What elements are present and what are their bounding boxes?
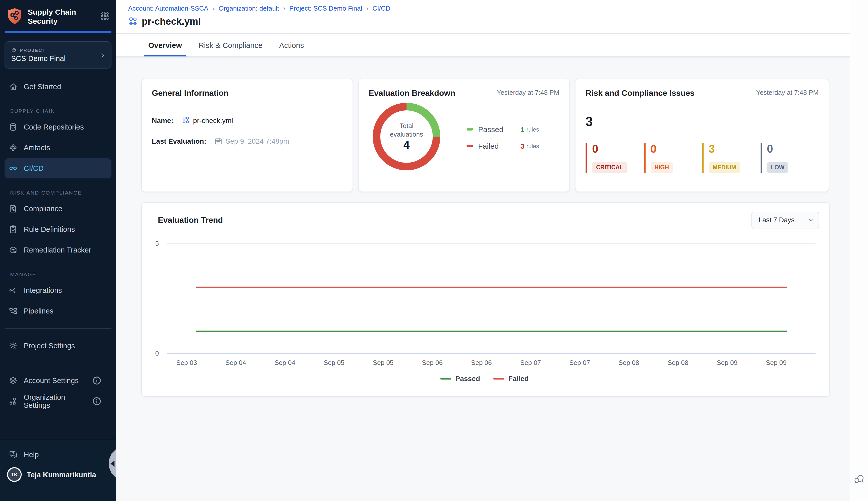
project-selector[interactable]: PROJECT SCS Demo Final	[4, 41, 112, 68]
sidebar-item-label: Integrations	[24, 286, 62, 294]
sidebar-item-integrations[interactable]: Integrations	[4, 280, 112, 300]
svg-text:Sep 05: Sep 05	[324, 359, 344, 366]
user-menu[interactable]: TK Teja Kummarikuntla	[7, 467, 116, 482]
tab-overview[interactable]: Overview	[144, 34, 186, 56]
breakdown-legend-row-passed: Passed1rules	[467, 125, 539, 134]
content: General Information Name: pr-check.yml	[116, 56, 850, 397]
project-name: SCS Demo Final	[11, 54, 100, 63]
sidebar-item-code-repositories[interactable]: Code Repositories	[4, 117, 112, 137]
sidebar-item-rule-definitions[interactable]: Rule Definitions	[4, 219, 112, 239]
severity-count: 0	[650, 143, 657, 155]
severity-stats-row: 0CRITICAL0HIGH3MEDIUM0LOW	[586, 143, 818, 173]
info-icon[interactable]	[92, 397, 101, 406]
tab-bar: OverviewRisk & ComplianceActions	[116, 34, 850, 56]
breadcrumb-link-2[interactable]: Project: SCS Demo Final	[289, 4, 362, 12]
pipeline-workflow-icon	[181, 116, 190, 125]
legend-count: 1	[521, 125, 524, 133]
pipelines-icon	[9, 307, 18, 316]
breadcrumb-link-0[interactable]: Account: Automation-SSCA	[128, 4, 208, 12]
app-switcher-grid-icon[interactable]	[101, 12, 109, 20]
sidebar-item-label: Pipelines	[24, 307, 53, 315]
sidebar-item-label: Organization Settings	[24, 393, 92, 409]
right-utility-strip	[850, 0, 868, 501]
last-evaluation-row: Last Evaluation: Sep 9, 2024 7:48pm	[152, 137, 343, 145]
evaluation-breakdown-timestamp: Yesterday at 7:48 PM	[497, 89, 560, 96]
legend-label: Failed	[509, 374, 529, 383]
breadcrumb-separator: ›	[366, 4, 368, 12]
breadcrumb-link-1[interactable]: Organization: default	[219, 4, 279, 12]
date-range-value: Last 7 Days	[759, 216, 807, 224]
home-icon	[9, 82, 18, 91]
sidebar-item-label: Code Repositories	[24, 123, 84, 131]
sidebar-item-organization-settings[interactable]: Organization Settings	[4, 391, 112, 411]
date-range-select[interactable]: Last 7 Days	[752, 212, 819, 228]
support-chat-icon[interactable]	[853, 473, 865, 485]
collapse-left-arrow-icon	[111, 461, 115, 467]
main-area: Account: Automation-SSCA›Organization: d…	[116, 0, 850, 501]
donut-total-value: 4	[404, 139, 410, 152]
legend-pill-icon	[467, 145, 473, 147]
svg-text:Sep 08: Sep 08	[668, 359, 688, 366]
sidebar-item-remediation-tracker[interactable]: Remediation Tracker	[4, 240, 112, 260]
legend-label: Passed	[455, 374, 480, 383]
name-row: Name: pr-check.yml	[152, 116, 343, 125]
tab-risk-compliance[interactable]: Risk & Compliance	[194, 34, 267, 56]
sidebar-item-label: Artifacts	[24, 143, 50, 152]
cicd-icon	[9, 164, 18, 173]
app-root: Supply Chain Security PROJECT	[0, 0, 868, 501]
sidebar-item-pipelines[interactable]: Pipelines	[4, 301, 112, 321]
avatar: TK	[7, 467, 22, 482]
legend-unit: rules	[526, 143, 539, 149]
rule-definitions-icon	[9, 225, 18, 234]
artifacts-icon	[9, 143, 18, 152]
severity-count: 3	[709, 143, 715, 155]
breadcrumb-link-3[interactable]: CI/CD	[373, 4, 390, 12]
sidebar-item-artifacts[interactable]: Artifacts	[4, 138, 112, 158]
general-information-title: General Information	[152, 89, 343, 98]
risk-compliance-timestamp: Yesterday at 7:48 PM	[756, 89, 818, 96]
svg-text:Sep 06: Sep 06	[422, 359, 442, 366]
evaluations-donut-chart: Total evaluations 4	[373, 103, 440, 170]
evaluation-breakdown-title: Evaluation Breakdown	[369, 89, 455, 98]
trend-legend-item-failed: Failed	[493, 374, 529, 383]
sidebar-item-label: Project Settings	[24, 342, 75, 350]
sidebar-item-compliance[interactable]: Compliance	[4, 199, 112, 219]
svg-text:Sep 04: Sep 04	[274, 359, 295, 366]
info-icon[interactable]	[92, 376, 101, 385]
sidebar-item-get-started[interactable]: Get Started	[4, 77, 112, 97]
svg-text:Sep 09: Sep 09	[766, 359, 786, 366]
sidebar-item-label: Account Settings	[24, 376, 79, 385]
pipeline-workflow-icon	[128, 17, 138, 27]
svg-text:Sep 03: Sep 03	[176, 359, 197, 366]
donut-center-label-1: Total	[400, 121, 414, 130]
sidebar-item-label: Rule Definitions	[24, 225, 75, 233]
trend-legend: PassedFailed	[150, 374, 819, 383]
svg-text:Sep 08: Sep 08	[618, 359, 639, 366]
sidebar-item-label: Remediation Tracker	[24, 246, 91, 254]
brand-title: Supply Chain Security	[28, 8, 101, 26]
evaluation-trend-title: Evaluation Trend	[158, 215, 223, 225]
breadcrumb: Account: Automation-SSCA›Organization: d…	[128, 4, 850, 12]
risk-compliance-card: Risk and Compliance Issues Yesterday at …	[575, 79, 829, 192]
legend-label: Failed	[478, 142, 521, 150]
sidebar-item-account-settings[interactable]: Account Settings	[4, 371, 112, 391]
severity-count: 0	[767, 143, 773, 155]
severity-badge: MEDIUM	[709, 162, 740, 173]
sidebar-bottom: Help TK Teja Kummarikuntla	[0, 439, 116, 501]
project-label: PROJECT	[20, 47, 46, 53]
donut-center-label-2: evaluations	[390, 130, 423, 139]
help-button[interactable]: Help	[9, 450, 116, 459]
tab-actions[interactable]: Actions	[275, 34, 308, 56]
name-value: pr-check.yml	[193, 116, 233, 124]
sidebar-item-project-settings[interactable]: Project Settings	[4, 336, 112, 356]
svg-text:0: 0	[155, 350, 159, 357]
integrations-icon	[9, 286, 18, 295]
sidebar-item-ci-cd[interactable]: CI/CD	[4, 158, 112, 179]
sidebar-item-label: CI/CD	[24, 164, 44, 172]
risk-total-count: 3	[586, 115, 818, 129]
trend-legend-item-passed: Passed	[440, 374, 480, 383]
page-header: Account: Automation-SSCA›Organization: d…	[116, 0, 850, 34]
general-information-card: General Information Name: pr-check.yml	[141, 79, 353, 192]
user-name: Teja Kummarikuntla	[27, 470, 96, 479]
legend-dash-icon	[440, 378, 451, 379]
